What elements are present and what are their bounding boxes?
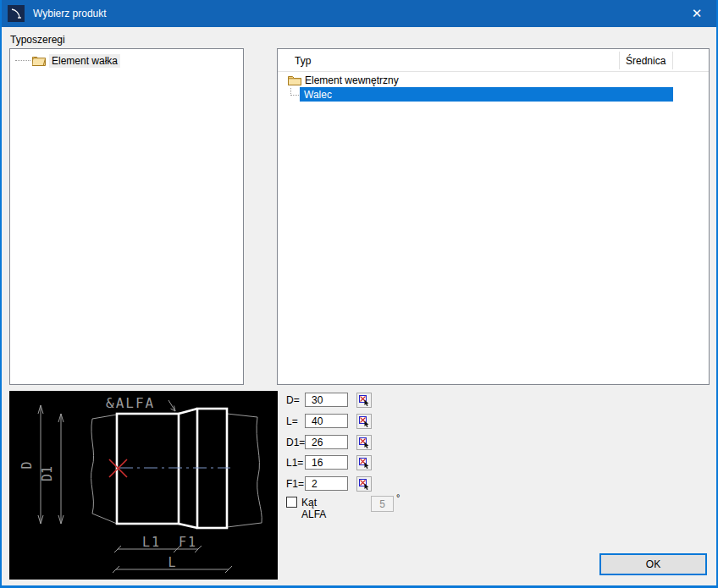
pick-d1-button[interactable] (356, 435, 372, 450)
column-divider[interactable] (672, 52, 673, 69)
l1-field[interactable] (305, 455, 348, 470)
kat-alfa-checkbox[interactable] (286, 497, 297, 508)
dim-label-d: D (19, 461, 35, 469)
f1-field[interactable] (305, 476, 348, 491)
field-label-d1: D1= (286, 437, 305, 448)
pick-from-drawing-icon (358, 394, 370, 406)
degree-symbol: ° (396, 492, 400, 503)
column-header-srednica[interactable]: Średnica (626, 55, 666, 67)
folder-open-icon (32, 55, 46, 66)
tree-item-label: Element wałka (49, 54, 120, 68)
cad-preview-canvas: &ALFA D D1 L1 F1 L (9, 391, 278, 580)
window-title: Wybierz produkt (33, 8, 107, 19)
alfa-angle-field[interactable] (371, 496, 394, 512)
pick-from-drawing-icon (358, 437, 370, 448)
type-list-panel: Typ Średnica Element wewnętrzny Walec (277, 48, 710, 385)
pick-l-button[interactable] (356, 414, 372, 429)
pick-from-drawing-icon (358, 478, 370, 490)
pick-l1-button[interactable] (356, 455, 372, 470)
d1-field[interactable] (305, 435, 348, 449)
close-button[interactable]: ✕ (677, 0, 716, 27)
field-label-f1: F1= (286, 478, 304, 490)
dim-label-l: L (168, 555, 175, 570)
tree-connector (290, 88, 299, 96)
shaft-drawing: &ALFA D D1 L1 F1 L (9, 391, 278, 580)
pick-f1-button[interactable] (356, 476, 372, 492)
column-divider[interactable] (619, 52, 620, 69)
tree-connector (15, 60, 30, 61)
list-row-element-wewnetrzny[interactable]: Element wewnętrzny (288, 73, 399, 87)
app-icon (8, 5, 25, 22)
l-field[interactable] (305, 414, 348, 428)
list-row-label: Walec (304, 89, 332, 101)
dim-label-f1: F1 (179, 535, 197, 550)
field-label-l: L= (286, 415, 298, 427)
list-row-walec-selected[interactable]: Walec (300, 87, 673, 102)
close-icon: ✕ (692, 6, 703, 21)
alfa-label: &ALFA (106, 395, 155, 411)
series-tree-panel: Element wałka (9, 48, 244, 385)
arc-tool-icon (9, 7, 23, 20)
field-label-l1: L1= (286, 457, 303, 469)
titlebar: Wybierz produkt ✕ (2, 0, 716, 27)
typoszeregi-label: Typoszeregi (10, 34, 65, 46)
field-label-d: D= (286, 394, 300, 406)
list-header: Typ Średnica (278, 49, 709, 72)
ok-button[interactable]: OK (599, 553, 707, 575)
pick-from-drawing-icon (358, 415, 370, 427)
dialog-wybierz-produkt: Wybierz produkt ✕ Typoszeregi Element wa… (0, 0, 718, 588)
list-row-label: Element wewnętrzny (305, 74, 399, 86)
dim-label-d1: D1 (40, 466, 55, 481)
column-header-typ[interactable]: Typ (295, 55, 311, 67)
pick-from-drawing-icon (358, 457, 370, 469)
folder-icon (288, 74, 301, 85)
kat-alfa-label: Kąt ALFA (301, 497, 326, 520)
tree-item-element-walka[interactable]: Element wałka (15, 53, 120, 68)
dim-label-l1: L1 (142, 535, 161, 550)
d-field[interactable] (305, 393, 348, 407)
pick-d-button[interactable] (356, 393, 372, 408)
